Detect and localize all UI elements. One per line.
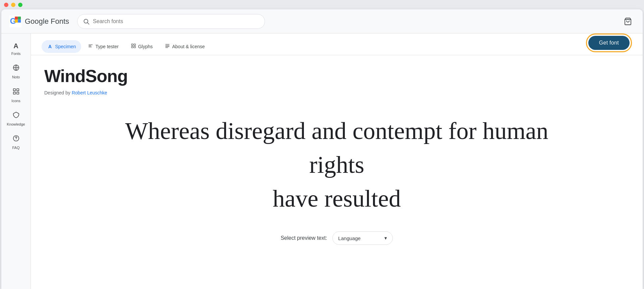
svg-rect-12 — [13, 92, 15, 94]
preview-controls: Select preview text: Language ▾ — [31, 226, 643, 256]
google-fonts-logo-icon: G — [9, 15, 21, 27]
sidebar-item-knowledge[interactable]: Knowledge — [3, 108, 29, 130]
sidebar-item-faq[interactable]: FAQ — [3, 131, 29, 153]
sidebar-item-knowledge-label: Knowledge — [7, 122, 25, 127]
glyphs-tab-icon — [131, 43, 136, 50]
tab-type-tester[interactable]: Type tester — [83, 40, 124, 53]
tab-specimen[interactable]: A Specimen — [42, 40, 81, 53]
svg-rect-13 — [16, 92, 18, 94]
font-title: WindSong — [44, 66, 629, 86]
svg-rect-19 — [134, 46, 136, 48]
sidebar-item-fonts-label: Fonts — [11, 51, 21, 56]
font-info: WindSong Designed by Robert Leuschke — [31, 55, 643, 101]
tab-type-tester-label: Type tester — [95, 44, 118, 49]
search-icon — [83, 18, 90, 25]
sidebar-item-icons[interactable]: Icons — [3, 84, 29, 106]
faq-icon — [12, 135, 20, 144]
minimize-button[interactable] — [11, 3, 15, 7]
sidebar: A Fonts Noto — [1, 33, 31, 289]
specimen-tab-icon: A — [47, 44, 53, 50]
font-page: A Specimen Type tester — [31, 33, 643, 289]
svg-rect-22 — [165, 46, 169, 47]
search-bar[interactable] — [77, 14, 265, 29]
about-tab-icon — [165, 43, 170, 50]
content-area: A Fonts Noto — [1, 33, 643, 289]
site-logo-text: Google Fonts — [25, 17, 69, 26]
preview-line-1: Whereas disregard and contempt for human… — [125, 118, 548, 178]
svg-rect-23 — [165, 47, 168, 48]
svg-rect-20 — [165, 44, 169, 44]
type-tester-tab-icon — [88, 43, 93, 50]
svg-rect-17 — [134, 44, 136, 46]
svg-rect-21 — [165, 45, 169, 46]
preview-text: Whereas disregard and contempt for human… — [102, 114, 572, 215]
chevron-down-icon: ▾ — [384, 235, 387, 241]
cart-button[interactable] — [621, 15, 635, 28]
window-chrome — [0, 0, 644, 9]
svg-point-15 — [16, 140, 16, 140]
designer-line: Designed by Robert Leuschke — [44, 90, 629, 95]
browser-window: G Google Fonts — [1, 9, 643, 289]
sidebar-item-noto-label: Noto — [12, 75, 20, 79]
header: G Google Fonts — [1, 9, 643, 33]
tab-glyphs-label: Glyphs — [138, 44, 153, 49]
preview-controls-label: Select preview text: — [281, 235, 327, 241]
svg-rect-16 — [131, 44, 133, 46]
svg-rect-3 — [18, 16, 21, 19]
fonts-icon: A — [13, 42, 18, 50]
icons-nav-icon — [12, 88, 20, 97]
cart-icon — [624, 17, 632, 25]
sidebar-item-fonts[interactable]: A Fonts — [3, 39, 29, 59]
maximize-button[interactable] — [18, 3, 22, 7]
get-font-button[interactable]: Get font — [588, 36, 630, 50]
preview-area: Whereas disregard and contempt for human… — [31, 101, 643, 226]
svg-line-7 — [88, 22, 89, 24]
svg-rect-2 — [15, 16, 18, 19]
noto-icon — [12, 64, 20, 73]
close-button[interactable] — [4, 3, 8, 7]
tab-about[interactable]: About & license — [159, 40, 210, 53]
knowledge-icon — [12, 111, 20, 121]
designer-prefix: Designed by — [44, 90, 70, 95]
sidebar-item-noto[interactable]: Noto — [3, 61, 29, 83]
svg-rect-18 — [131, 46, 133, 48]
tab-about-label: About & license — [172, 44, 205, 49]
sidebar-item-icons-label: Icons — [11, 98, 20, 103]
language-select[interactable]: Language ▾ — [332, 231, 393, 245]
search-input[interactable] — [93, 18, 259, 24]
svg-rect-10 — [13, 88, 15, 90]
tab-glyphs[interactable]: Glyphs — [125, 40, 158, 53]
tab-nav: A Specimen Type tester — [42, 36, 314, 53]
get-font-highlight: Get font — [586, 33, 632, 52]
preview-line-2: have resulted — [273, 185, 401, 212]
logo-area: G Google Fonts — [9, 15, 69, 27]
svg-rect-5 — [18, 19, 21, 22]
designer-link[interactable]: Robert Leuschke — [72, 90, 107, 95]
sidebar-item-faq-label: FAQ — [12, 145, 19, 150]
svg-rect-11 — [16, 88, 18, 90]
tab-specimen-label: Specimen — [55, 44, 76, 49]
language-select-value: Language — [338, 235, 361, 241]
svg-rect-4 — [15, 19, 18, 22]
